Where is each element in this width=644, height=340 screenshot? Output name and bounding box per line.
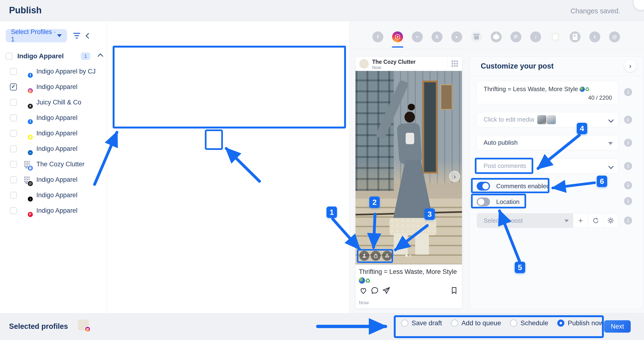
- edit-media-label: Click to edit media: [484, 116, 534, 123]
- post-comments-field[interactable]: Post comments: [477, 158, 618, 174]
- profile-row[interactable]: Indigo Apparel: [6, 203, 102, 218]
- chevron-up-icon[interactable]: [98, 53, 103, 59]
- network-tab-x[interactable]: [432, 31, 442, 42]
- profile-row[interactable]: Juicy Chill & Co: [6, 95, 102, 110]
- profile-checkbox[interactable]: [10, 192, 17, 199]
- info-icon: i: [624, 217, 632, 225]
- info-icon: i: [624, 162, 632, 170]
- network-tab-pinterest[interactable]: [510, 31, 522, 42]
- profiles-sidebar: Select Profiles · 1 Indigo Apparel 1 Ind…: [0, 21, 107, 313]
- radio-save-draft[interactable]: Save draft: [401, 319, 442, 327]
- select-profiles-dropdown[interactable]: Select Profiles · 1: [6, 29, 67, 42]
- profile-checkbox[interactable]: [10, 68, 17, 75]
- profile-row[interactable]: Indigo Apparel: [6, 172, 102, 188]
- info-icon: i: [624, 88, 632, 96]
- profile-name: Indigo Apparel: [36, 192, 78, 199]
- profile-checkbox[interactable]: [10, 207, 17, 214]
- preview-avatar: [359, 59, 369, 69]
- profile-checkbox[interactable]: [10, 176, 17, 183]
- boost-select[interactable]: Select a boost: [477, 213, 573, 228]
- network-tab-instagram[interactable]: [392, 31, 403, 42]
- share-icon[interactable]: [381, 285, 391, 295]
- collapse-sidebar-icon[interactable]: [86, 33, 91, 39]
- profile-checkbox[interactable]: [10, 161, 17, 168]
- profile-row[interactable]: Indigo Apparel: [6, 110, 102, 126]
- network-tab-reddit[interactable]: [491, 31, 502, 42]
- caption-field[interactable]: Thrifting = Less Waste, More Style 40 / …: [477, 81, 618, 104]
- info-icon: i: [624, 139, 632, 147]
- select-profiles-label: Select Profiles · 1: [11, 28, 57, 43]
- radio-schedule[interactable]: Schedule: [510, 319, 548, 327]
- group-checkbox[interactable]: [6, 53, 12, 60]
- profile-checkbox[interactable]: [10, 145, 17, 152]
- network-tab-linkedin[interactable]: [412, 31, 423, 42]
- profile-row[interactable]: Indigo Apparel: [6, 126, 102, 141]
- radio-publish-now[interactable]: Publish now: [557, 319, 604, 327]
- tag-people-icon[interactable]: [359, 251, 369, 261]
- boost-placeholder: Select a boost: [484, 217, 523, 224]
- profile-checkbox[interactable]: [10, 114, 17, 121]
- network-tab-tiktok[interactable]: [530, 31, 541, 42]
- post-comments-placeholder: Post comments: [484, 162, 526, 170]
- divider: [350, 49, 644, 49]
- profile-row[interactable]: Indigo Apparel: [6, 141, 102, 156]
- profile-name: The Cozy Clutter: [36, 160, 84, 168]
- profile-group-header[interactable]: Indigo Apparel 1: [6, 52, 102, 60]
- profile-checkbox[interactable]: [10, 130, 17, 137]
- corner-help-button[interactable]: [634, 0, 644, 10]
- like-icon[interactable]: [358, 285, 368, 295]
- instagram-icon: [84, 326, 90, 332]
- comment-icon[interactable]: [370, 285, 380, 295]
- instagram-icon: [27, 88, 33, 94]
- selected-profile-avatar: [78, 319, 89, 330]
- profile-checkbox[interactable]: [10, 99, 17, 106]
- profile-name: Indigo Apparel by CJ: [36, 68, 96, 75]
- network-tab-threads[interactable]: [609, 31, 620, 42]
- profile-row[interactable]: Indigo Apparel: [6, 79, 102, 95]
- network-tab-googlebusiness[interactable]: [570, 31, 580, 42]
- network-tab-tumblr[interactable]: [589, 31, 600, 42]
- network-tab-snapchat[interactable]: [550, 31, 561, 42]
- publish-mode-dropdown[interactable]: Auto publish: [477, 135, 618, 150]
- edit-media-field[interactable]: Click to edit media: [477, 112, 618, 127]
- page-title: Publish: [9, 5, 42, 16]
- profile-row[interactable]: Indigo Apparel: [6, 188, 102, 203]
- bookmark-icon[interactable]: [449, 285, 459, 295]
- grid-icon: [452, 60, 458, 67]
- tag-products-icon[interactable]: [371, 251, 381, 261]
- grid-view-button[interactable]: [447, 57, 462, 71]
- recycle-emoji: [365, 277, 370, 284]
- preview-photo: ›: [356, 71, 462, 264]
- carousel-next-button[interactable]: ›: [449, 171, 460, 182]
- char-counter: 40 / 2200: [588, 94, 612, 101]
- chevron-down-icon: [57, 34, 62, 37]
- profile-row[interactable]: The Cozy Clutter: [6, 156, 102, 172]
- refresh-boost-button[interactable]: [588, 213, 603, 228]
- network-tab-storefront[interactable]: [471, 31, 482, 42]
- collaborators-icon[interactable]: [382, 251, 392, 261]
- info-icon: i: [624, 181, 632, 189]
- next-button[interactable]: Next: [604, 320, 631, 333]
- pinterest-icon: [27, 212, 33, 218]
- profile-row[interactable]: Indigo Apparel by CJ: [6, 64, 102, 79]
- profile-name: Indigo Apparel: [36, 114, 78, 122]
- radio-add-to-queue[interactable]: Add to queue: [451, 319, 501, 327]
- profile-name: Indigo Apparel: [36, 83, 78, 91]
- network-tab-youtube[interactable]: [451, 31, 462, 42]
- profile-name: Indigo Apparel: [36, 176, 78, 184]
- composer-column: [107, 21, 350, 313]
- save-status: Changes saved.: [570, 7, 620, 15]
- add-boost-button[interactable]: +: [573, 213, 588, 228]
- carousel-dot-active: [406, 255, 408, 257]
- caret-down-icon: [564, 220, 569, 222]
- location-toggle[interactable]: [477, 198, 490, 206]
- boost-settings-button[interactable]: [603, 213, 618, 228]
- comments-toggle[interactable]: [477, 182, 490, 191]
- collapse-panel-button[interactable]: ›: [624, 60, 636, 72]
- filter-icon[interactable]: [73, 33, 80, 39]
- profile-checkbox[interactable]: [10, 84, 17, 90]
- network-tab-facebook[interactable]: [372, 31, 383, 42]
- x-icon: [27, 103, 33, 109]
- location-label: Location: [496, 198, 520, 206]
- active-tab-underline: [392, 46, 403, 48]
